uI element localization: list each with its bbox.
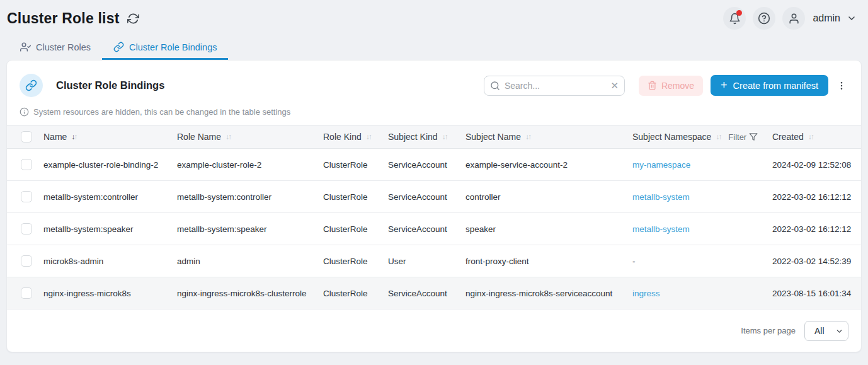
sort-icons: ↓↑ bbox=[366, 132, 371, 141]
cluster-role-bindings-card: Cluster Role Bindings ✕ Remove + Create … bbox=[6, 60, 862, 352]
tab-label: Cluster Roles bbox=[36, 42, 91, 52]
cell-subject-kind: User bbox=[388, 257, 465, 266]
column-header-subject-name[interactable]: Subject Name ↓↑ bbox=[465, 132, 632, 142]
link-icon bbox=[20, 74, 43, 97]
cell-created: 2022-03-02 16:12:12 bbox=[772, 192, 861, 202]
create-button-label: Create from manifest bbox=[733, 81, 818, 91]
namespace-link[interactable]: ingress bbox=[632, 289, 772, 298]
cell-role-name: admin bbox=[177, 257, 323, 266]
table-row[interactable]: microk8s-admin admin ClusterRole User fr… bbox=[7, 245, 861, 277]
table-header: Name ↓↑ Role Name ↓↑ Role Kind ↓↑ Subjec… bbox=[7, 125, 861, 149]
cell-created: 2023-08-15 16:01:34 bbox=[772, 289, 861, 298]
checkbox-cell bbox=[7, 191, 43, 202]
cell-subject-name: front-proxy-client bbox=[465, 257, 632, 266]
notifications-button[interactable] bbox=[723, 7, 746, 30]
cell-subject-name: controller bbox=[465, 192, 632, 202]
column-label: Subject Name bbox=[465, 132, 521, 142]
card-header: Cluster Role Bindings ✕ Remove + Create … bbox=[7, 61, 861, 97]
plus-icon: + bbox=[721, 79, 728, 91]
checkbox-cell bbox=[7, 159, 43, 170]
tab-cluster-role-bindings[interactable]: Cluster Role Bindings bbox=[102, 38, 228, 60]
avatar bbox=[782, 7, 805, 30]
sort-icons: ↓↑ bbox=[525, 132, 530, 141]
remove-button-label: Remove bbox=[661, 81, 694, 91]
items-per-page-select[interactable]: All bbox=[804, 321, 848, 341]
table-row[interactable]: metallb-system:controller metallb-system… bbox=[7, 181, 861, 213]
table-row[interactable]: metallb-system:speaker metallb-system:sp… bbox=[7, 213, 861, 245]
cell-name: microk8s-admin bbox=[43, 257, 177, 266]
filter-label: Filter bbox=[728, 132, 746, 142]
filter-icon bbox=[749, 132, 758, 141]
row-checkbox[interactable] bbox=[21, 287, 32, 299]
row-checkbox[interactable] bbox=[21, 223, 32, 235]
cell-role-kind: ClusterRole bbox=[323, 257, 388, 266]
cell-role-kind: ClusterRole bbox=[323, 192, 388, 202]
cell-subject-kind: ServiceAccount bbox=[388, 224, 465, 234]
remove-button[interactable]: Remove bbox=[639, 76, 703, 96]
link-icon bbox=[113, 42, 124, 52]
user-menu[interactable]: admin bbox=[775, 7, 857, 30]
card-title: Cluster Role Bindings bbox=[56, 79, 164, 91]
namespace-link[interactable]: my-namespace bbox=[632, 160, 772, 170]
checkbox-cell bbox=[7, 287, 43, 299]
sort-icons: ↓↑ bbox=[226, 132, 231, 141]
table-body: example-cluster-role-binding-2 example-c… bbox=[7, 149, 861, 310]
column-header-name[interactable]: Name ↓↑ bbox=[43, 132, 177, 142]
page-title: Cluster Role list bbox=[7, 10, 120, 27]
row-checkbox[interactable] bbox=[21, 159, 32, 170]
cell-subject-kind: ServiceAccount bbox=[388, 192, 465, 202]
cell-name: metallb-system:speaker bbox=[43, 224, 177, 234]
user-label: admin bbox=[813, 13, 840, 24]
cell-created: 2024-02-09 12:52:08 bbox=[772, 160, 861, 170]
bindings-table: Name ↓↑ Role Name ↓↑ Role Kind ↓↑ Subjec… bbox=[7, 125, 861, 310]
clear-icon[interactable]: ✕ bbox=[610, 80, 619, 91]
column-header-role-name[interactable]: Role Name ↓↑ bbox=[177, 132, 323, 142]
cell-role-kind: ClusterRole bbox=[323, 224, 388, 234]
cell-role-kind: ClusterRole bbox=[323, 160, 388, 170]
column-label: Created bbox=[772, 132, 804, 142]
sort-icons: ↓↑ bbox=[716, 132, 721, 141]
search-icon bbox=[490, 81, 500, 91]
cell-role-name: metallb-system:controller bbox=[177, 192, 323, 202]
tab-label: Cluster Role Bindings bbox=[129, 42, 217, 52]
tab-cluster-roles[interactable]: Cluster Roles bbox=[9, 38, 102, 60]
info-message: System resources are hidden, this can be… bbox=[33, 107, 290, 117]
column-header-subject-kind[interactable]: Subject Kind ↓↑ bbox=[388, 132, 465, 142]
cell-name: metallb-system:controller bbox=[43, 192, 177, 202]
checkbox-cell bbox=[7, 255, 43, 267]
search-input[interactable] bbox=[484, 76, 625, 96]
sort-icons: ↓↑ bbox=[442, 132, 447, 141]
namespace-link[interactable]: metallb-system bbox=[632, 192, 772, 202]
column-header-subject-namespace[interactable]: Subject Namespace ↓↑ Filter bbox=[632, 132, 772, 142]
column-label: Name bbox=[43, 132, 67, 142]
column-label: Role Kind bbox=[323, 132, 362, 142]
search-box: ✕ bbox=[484, 76, 625, 96]
cell-subject-name: nginx-ingress-microk8s-serviceaccount bbox=[465, 289, 632, 298]
cell-created: 2022-03-02 14:52:39 bbox=[772, 257, 861, 266]
namespace-filter-button[interactable]: Filter bbox=[728, 132, 758, 142]
table-row[interactable]: example-cluster-role-binding-2 example-c… bbox=[7, 149, 861, 181]
cell-name: example-cluster-role-binding-2 bbox=[43, 160, 177, 170]
select-all-checkbox[interactable] bbox=[21, 131, 32, 142]
cell-role-name: nginx-ingress-microk8s-clusterrole bbox=[177, 289, 323, 298]
kebab-menu-icon[interactable] bbox=[835, 78, 848, 94]
cell-subject-name: example-service-account-2 bbox=[465, 160, 632, 170]
cell-created: 2022-03-02 16:12:12 bbox=[772, 224, 861, 234]
cell-role-kind: ClusterRole bbox=[323, 289, 388, 298]
column-header-role-kind[interactable]: Role Kind ↓↑ bbox=[323, 132, 388, 142]
help-button[interactable] bbox=[753, 7, 775, 30]
tab-bar: Cluster Roles Cluster Role Bindings bbox=[9, 38, 868, 60]
column-header-created[interactable]: Created ↓↑ bbox=[772, 132, 861, 142]
refresh-icon[interactable] bbox=[127, 13, 139, 25]
row-checkbox[interactable] bbox=[21, 191, 32, 202]
checkbox-cell bbox=[7, 223, 43, 235]
row-checkbox[interactable] bbox=[21, 255, 32, 267]
create-from-manifest-button[interactable]: + Create from manifest bbox=[711, 75, 828, 96]
info-row: System resources are hidden, this can be… bbox=[7, 97, 861, 117]
cell-role-name: example-cluster-role-2 bbox=[177, 160, 323, 170]
table-row[interactable]: nginx-ingress-microk8s nginx-ingress-mic… bbox=[7, 277, 861, 310]
items-per-page-select-wrap: All bbox=[804, 321, 848, 341]
column-label: Role Name bbox=[177, 132, 221, 142]
namespace-link[interactable]: metallb-system bbox=[632, 224, 772, 234]
table-footer: Items per page All bbox=[7, 310, 861, 352]
